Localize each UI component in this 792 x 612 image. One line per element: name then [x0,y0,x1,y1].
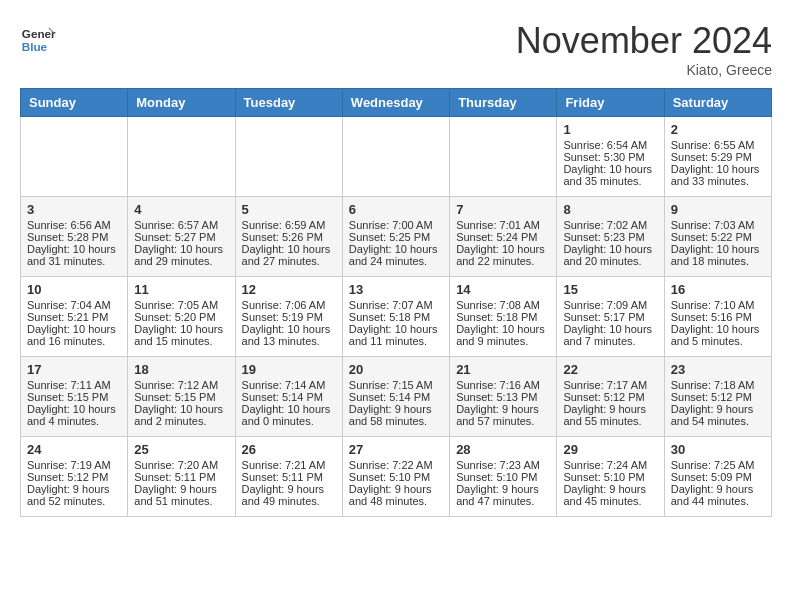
calendar-table: SundayMondayTuesdayWednesdayThursdayFrid… [20,88,772,517]
day-info: Sunset: 5:10 PM [456,471,550,483]
day-info: Sunset: 5:10 PM [349,471,443,483]
calendar-day-cell: 9Sunrise: 7:03 AMSunset: 5:22 PMDaylight… [664,197,771,277]
day-info: Daylight: 9 hours and 49 minutes. [242,483,336,507]
day-number: 30 [671,442,765,457]
day-number: 13 [349,282,443,297]
day-info: Sunrise: 7:21 AM [242,459,336,471]
day-info: Daylight: 9 hours and 45 minutes. [563,483,657,507]
day-info: Sunset: 5:16 PM [671,311,765,323]
calendar-header-row: SundayMondayTuesdayWednesdayThursdayFrid… [21,89,772,117]
day-info: Sunset: 5:14 PM [349,391,443,403]
day-info: Daylight: 9 hours and 51 minutes. [134,483,228,507]
day-info: Daylight: 10 hours and 29 minutes. [134,243,228,267]
day-info: Sunrise: 7:04 AM [27,299,121,311]
day-info: Sunset: 5:30 PM [563,151,657,163]
calendar-day-cell: 11Sunrise: 7:05 AMSunset: 5:20 PMDayligh… [128,277,235,357]
day-number: 24 [27,442,121,457]
day-info: Sunset: 5:15 PM [134,391,228,403]
calendar-week-row: 3Sunrise: 6:56 AMSunset: 5:28 PMDaylight… [21,197,772,277]
day-info: Sunrise: 6:59 AM [242,219,336,231]
day-number: 16 [671,282,765,297]
calendar-day-cell: 10Sunrise: 7:04 AMSunset: 5:21 PMDayligh… [21,277,128,357]
day-info: Sunrise: 7:11 AM [27,379,121,391]
calendar-day-cell: 8Sunrise: 7:02 AMSunset: 5:23 PMDaylight… [557,197,664,277]
day-info: Sunrise: 7:15 AM [349,379,443,391]
day-info: Daylight: 10 hours and 18 minutes. [671,243,765,267]
calendar-day-cell [235,117,342,197]
day-info: Sunrise: 6:55 AM [671,139,765,151]
calendar-week-row: 1Sunrise: 6:54 AMSunset: 5:30 PMDaylight… [21,117,772,197]
day-info: Sunrise: 7:09 AM [563,299,657,311]
day-info: Daylight: 10 hours and 35 minutes. [563,163,657,187]
day-number: 3 [27,202,121,217]
day-info: Daylight: 9 hours and 57 minutes. [456,403,550,427]
page-header: General Blue November 2024 Kiato, Greece [20,20,772,78]
day-info: Daylight: 9 hours and 54 minutes. [671,403,765,427]
day-info: Sunrise: 7:12 AM [134,379,228,391]
svg-text:General: General [22,27,56,40]
calendar-day-cell: 7Sunrise: 7:01 AMSunset: 5:24 PMDaylight… [450,197,557,277]
day-number: 10 [27,282,121,297]
day-info: Daylight: 9 hours and 52 minutes. [27,483,121,507]
day-info: Sunrise: 7:14 AM [242,379,336,391]
day-info: Sunrise: 7:19 AM [27,459,121,471]
day-info: Daylight: 10 hours and 2 minutes. [134,403,228,427]
calendar-day-cell: 18Sunrise: 7:12 AMSunset: 5:15 PMDayligh… [128,357,235,437]
day-info: Daylight: 10 hours and 5 minutes. [671,323,765,347]
day-info: Daylight: 10 hours and 7 minutes. [563,323,657,347]
day-info: Sunset: 5:22 PM [671,231,765,243]
day-info: Sunset: 5:12 PM [27,471,121,483]
day-info: Sunset: 5:14 PM [242,391,336,403]
month-title: November 2024 [516,20,772,62]
day-info: Daylight: 10 hours and 16 minutes. [27,323,121,347]
calendar-day-cell: 4Sunrise: 6:57 AMSunset: 5:27 PMDaylight… [128,197,235,277]
day-info: Sunset: 5:11 PM [134,471,228,483]
day-info: Sunrise: 7:17 AM [563,379,657,391]
day-info: Sunrise: 7:06 AM [242,299,336,311]
day-info: Sunset: 5:13 PM [456,391,550,403]
day-number: 8 [563,202,657,217]
calendar-day-cell: 24Sunrise: 7:19 AMSunset: 5:12 PMDayligh… [21,437,128,517]
day-info: Sunrise: 7:20 AM [134,459,228,471]
calendar-day-cell: 14Sunrise: 7:08 AMSunset: 5:18 PMDayligh… [450,277,557,357]
calendar-day-cell: 25Sunrise: 7:20 AMSunset: 5:11 PMDayligh… [128,437,235,517]
day-info: Daylight: 10 hours and 24 minutes. [349,243,443,267]
day-info: Sunrise: 6:56 AM [27,219,121,231]
calendar-day-cell: 21Sunrise: 7:16 AMSunset: 5:13 PMDayligh… [450,357,557,437]
day-info: Sunset: 5:15 PM [27,391,121,403]
calendar-day-cell [450,117,557,197]
day-of-week-header: Friday [557,89,664,117]
day-info: Daylight: 10 hours and 27 minutes. [242,243,336,267]
day-info: Sunset: 5:19 PM [242,311,336,323]
day-number: 15 [563,282,657,297]
location: Kiato, Greece [516,62,772,78]
day-number: 17 [27,362,121,377]
day-of-week-header: Saturday [664,89,771,117]
calendar-day-cell: 12Sunrise: 7:06 AMSunset: 5:19 PMDayligh… [235,277,342,357]
day-info: Sunset: 5:10 PM [563,471,657,483]
day-info: Sunset: 5:28 PM [27,231,121,243]
day-info: Sunset: 5:17 PM [563,311,657,323]
day-info: Daylight: 10 hours and 0 minutes. [242,403,336,427]
day-info: Sunrise: 7:03 AM [671,219,765,231]
day-info: Daylight: 9 hours and 58 minutes. [349,403,443,427]
day-info: Sunrise: 6:54 AM [563,139,657,151]
day-number: 29 [563,442,657,457]
day-info: Sunset: 5:20 PM [134,311,228,323]
day-number: 14 [456,282,550,297]
calendar-day-cell: 26Sunrise: 7:21 AMSunset: 5:11 PMDayligh… [235,437,342,517]
day-info: Daylight: 9 hours and 55 minutes. [563,403,657,427]
day-info: Daylight: 10 hours and 4 minutes. [27,403,121,427]
day-info: Sunrise: 6:57 AM [134,219,228,231]
day-info: Sunrise: 7:18 AM [671,379,765,391]
day-number: 28 [456,442,550,457]
title-block: November 2024 Kiato, Greece [516,20,772,78]
day-number: 19 [242,362,336,377]
day-number: 9 [671,202,765,217]
calendar-week-row: 17Sunrise: 7:11 AMSunset: 5:15 PMDayligh… [21,357,772,437]
calendar-day-cell [342,117,449,197]
day-number: 5 [242,202,336,217]
day-info: Sunset: 5:25 PM [349,231,443,243]
day-info: Daylight: 10 hours and 33 minutes. [671,163,765,187]
calendar-day-cell: 15Sunrise: 7:09 AMSunset: 5:17 PMDayligh… [557,277,664,357]
